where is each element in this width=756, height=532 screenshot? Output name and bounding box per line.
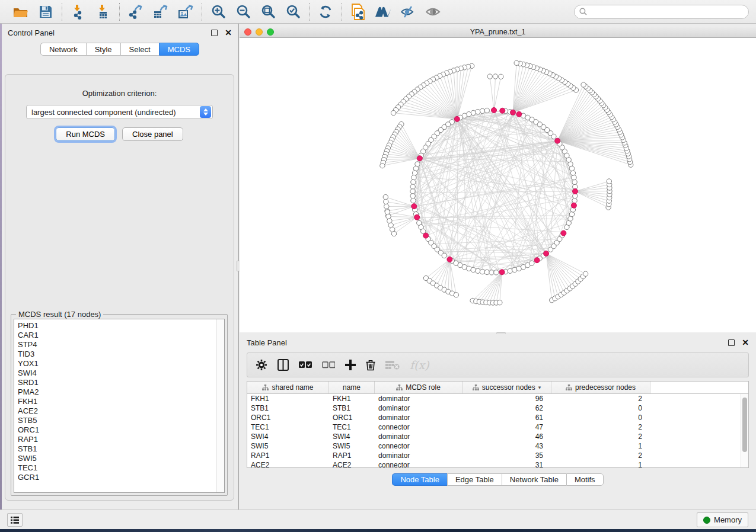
mcds-result-item[interactable]: ACE2 xyxy=(18,406,216,416)
tab-node-table[interactable]: Node Table xyxy=(392,473,447,486)
column-header-predecessor-nodes[interactable]: predecessor nodes xyxy=(551,382,650,393)
zoom-in-icon[interactable] xyxy=(210,4,227,20)
table-cell[interactable]: ACE2 xyxy=(329,460,375,467)
table-cell[interactable]: 1 xyxy=(551,441,650,451)
table-cell[interactable]: dominator xyxy=(375,394,462,403)
mcds-result-item[interactable]: GCR1 xyxy=(18,473,216,482)
table-cell[interactable]: 2 xyxy=(551,432,650,441)
table-cell[interactable]: connector xyxy=(375,460,462,467)
memory-button[interactable]: Memory xyxy=(697,512,748,527)
export-table-icon[interactable] xyxy=(152,4,169,20)
table-cell[interactable]: 2 xyxy=(551,451,650,460)
table-row[interactable]: SWI5SWI5connector431 xyxy=(247,441,748,451)
table-cell[interactable]: 96 xyxy=(462,394,551,403)
table-row[interactable]: TEC1TEC1connector472 xyxy=(247,422,748,432)
tab-select[interactable]: Select xyxy=(120,43,159,56)
panel-menu-button[interactable] xyxy=(7,513,23,527)
mcds-result-item[interactable]: CAR1 xyxy=(18,331,216,340)
close-table-panel-icon[interactable]: ✕ xyxy=(742,339,749,346)
table-cell[interactable]: ORC1 xyxy=(247,413,329,422)
tab-network-table[interactable]: Network Table xyxy=(502,473,566,486)
mcds-result-item[interactable]: ORC1 xyxy=(18,425,216,435)
delete-column-icon[interactable] xyxy=(366,356,375,374)
tab-style[interactable]: Style xyxy=(86,43,120,56)
zoom-out-icon[interactable] xyxy=(235,4,251,20)
table-cell[interactable]: FKH1 xyxy=(329,394,375,403)
table-cell[interactable]: dominator xyxy=(375,403,462,413)
table-cell[interactable]: RAP1 xyxy=(329,451,375,460)
table-cell[interactable]: dominator xyxy=(375,432,462,441)
mcds-result-item[interactable]: PMA2 xyxy=(18,387,216,397)
deselect-all-icon[interactable] xyxy=(322,356,335,374)
table-cell[interactable]: connector xyxy=(375,441,462,451)
table-row[interactable]: ACE2ACE2connector311 xyxy=(247,460,748,467)
hide-selected-icon[interactable] xyxy=(400,4,416,20)
tab-network[interactable]: Network xyxy=(40,43,86,56)
table-cell[interactable]: 35 xyxy=(462,451,551,460)
save-session-icon[interactable] xyxy=(37,4,54,20)
mcds-list-scrollbar[interactable] xyxy=(216,319,224,492)
table-cell[interactable]: 2 xyxy=(551,422,650,432)
table-row[interactable]: ORC1ORC1dominator610 xyxy=(247,413,748,422)
column-header-successor-nodes[interactable]: successor nodes▾ xyxy=(462,382,551,393)
clone-network-icon[interactable] xyxy=(350,4,366,20)
table-cell[interactable]: 47 xyxy=(462,422,551,432)
select-all-icon[interactable] xyxy=(299,356,312,374)
mcds-result-item[interactable]: TID3 xyxy=(18,350,216,359)
settings-gear-icon[interactable] xyxy=(256,356,267,374)
table-cell[interactable]: SWI5 xyxy=(247,441,329,451)
tab-edge-table[interactable]: Edge Table xyxy=(447,473,502,486)
table-cell[interactable]: 2 xyxy=(551,394,650,403)
table-cell[interactable]: TEC1 xyxy=(247,422,329,432)
tab-motifs[interactable]: Motifs xyxy=(566,473,604,486)
table-cell[interactable]: dominator xyxy=(375,413,462,422)
apply-layout-icon[interactable] xyxy=(317,4,334,20)
table-cell[interactable]: TEC1 xyxy=(329,422,375,432)
mcds-result-item[interactable]: SRD1 xyxy=(18,378,216,387)
table-cell[interactable]: STB1 xyxy=(247,403,329,413)
search-box[interactable] xyxy=(574,5,749,19)
table-cell[interactable]: 61 xyxy=(462,413,551,422)
column-header-MCDS-role[interactable]: MCDS role xyxy=(375,382,462,393)
mcds-result-list[interactable]: PHD1CAR1STP4TID3YOX1SWI4SRD1PMA2FKH1ACE2… xyxy=(14,319,216,492)
float-table-panel-icon[interactable] xyxy=(728,339,735,346)
table-row[interactable]: SWI4SWI4dominator462 xyxy=(247,432,748,441)
table-cell[interactable]: ORC1 xyxy=(329,413,375,422)
float-panel-icon[interactable] xyxy=(211,30,218,36)
table-cell[interactable]: 0 xyxy=(551,413,650,422)
add-column-icon[interactable] xyxy=(345,356,356,374)
mcds-result-item[interactable]: STP4 xyxy=(18,340,216,350)
table-cell[interactable]: 31 xyxy=(462,460,551,467)
table-cell[interactable]: 43 xyxy=(462,441,551,451)
table-row[interactable]: FKH1FKH1dominator962 xyxy=(247,394,748,403)
close-panel-button[interactable]: Close panel xyxy=(122,127,183,141)
table-cell[interactable]: 0 xyxy=(551,403,650,413)
table-cell[interactable]: dominator xyxy=(375,451,462,460)
import-network-icon[interactable] xyxy=(70,4,87,20)
table-cell[interactable]: 62 xyxy=(462,403,551,413)
column-layout-icon[interactable] xyxy=(277,356,289,374)
table-cell[interactable]: FKH1 xyxy=(247,394,329,403)
table-cell[interactable]: 1 xyxy=(551,460,650,467)
column-header-name[interactable]: name xyxy=(329,382,375,393)
table-row[interactable]: RAP1RAP1dominator352 xyxy=(247,451,748,460)
import-table-icon[interactable] xyxy=(95,4,111,20)
table-cell[interactable]: connector xyxy=(375,422,462,432)
mcds-result-item[interactable]: SWI4 xyxy=(18,368,216,378)
criterion-dropdown[interactable]: largest connected component (undirected) xyxy=(26,105,213,119)
open-session-icon[interactable] xyxy=(12,4,29,20)
export-network-icon[interactable] xyxy=(127,4,144,20)
show-graphics-details-icon[interactable] xyxy=(425,4,441,20)
mcds-result-item[interactable]: RAP1 xyxy=(18,435,216,444)
table-cell[interactable]: ACE2 xyxy=(247,460,329,467)
search-input[interactable] xyxy=(590,8,744,16)
network-view-canvas[interactable] xyxy=(240,38,756,332)
mcds-result-item[interactable]: TEC1 xyxy=(18,463,216,473)
run-mcds-button[interactable]: Run MCDS xyxy=(56,127,115,141)
table-cell[interactable]: 46 xyxy=(462,432,551,441)
table-cell[interactable]: RAP1 xyxy=(247,451,329,460)
mcds-result-item[interactable]: STB5 xyxy=(18,416,216,425)
mcds-result-item[interactable]: FKH1 xyxy=(18,397,216,406)
table-cell[interactable]: STB1 xyxy=(329,403,375,413)
table-scrollbar[interactable] xyxy=(741,394,748,467)
